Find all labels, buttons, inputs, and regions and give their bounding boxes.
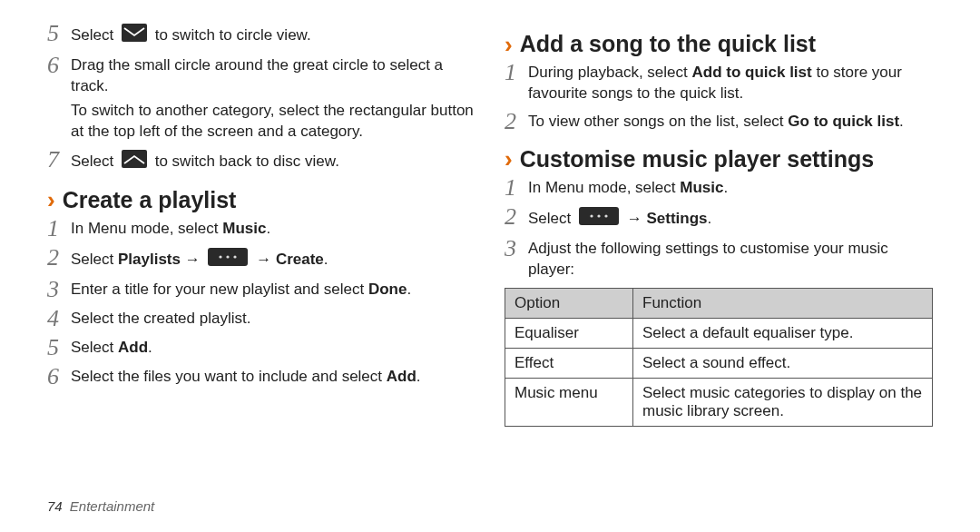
step-number: 7: [47, 148, 71, 172]
settings-table: Option Function Equaliser Select a defau…: [505, 288, 933, 427]
right-column: › Add a song to the quick list 1 During …: [490, 18, 947, 532]
envelope-down-icon: [122, 24, 147, 48]
step: 5 Select Add.: [47, 338, 475, 360]
table-header-row: Option Function: [505, 288, 933, 318]
table-cell: Music menu: [505, 378, 633, 426]
envelope-up-icon: [122, 150, 147, 174]
step-number: 2: [47, 246, 71, 270]
section-heading: › Customise music player settings: [505, 146, 933, 172]
step-subtext: To switch to another category, select th…: [71, 101, 475, 143]
step-body: Select Add.: [71, 338, 475, 359]
step: 5 Select to switch to circle view.: [47, 24, 475, 48]
step-body: Drag the small circle around the great c…: [71, 55, 475, 143]
step-number: 6: [47, 365, 71, 389]
step: 4 Select the created playlist.: [47, 309, 475, 330]
step-number: 3: [47, 278, 71, 301]
step: 2 To view other songs on the list, selec…: [505, 112, 933, 133]
more-options-icon: [208, 248, 248, 272]
chevron-right-icon: ›: [505, 33, 513, 56]
more-options-icon: [579, 207, 619, 232]
step-body: To view other songs on the list, select …: [528, 112, 933, 133]
step-body: During playback, select Add to quick lis…: [528, 63, 933, 104]
step: 3 Enter a title for your new playlist an…: [47, 280, 475, 301]
step: 7 Select to switch back to disc view.: [47, 150, 475, 174]
table-row: Equaliser Select a default equaliser typ…: [505, 318, 933, 348]
table-header: Option: [505, 288, 633, 318]
table-cell: Select a sound effect.: [633, 348, 933, 378]
section-name: Entertainment: [70, 498, 154, 514]
step: 6 Drag the small circle around the great…: [47, 55, 475, 143]
table-row: Music menu Select music categories to di…: [505, 378, 933, 426]
page-number: 74: [47, 498, 63, 514]
step-body: In Menu mode, select Music.: [528, 178, 933, 199]
step: 3 Adjust the following settings to custo…: [505, 239, 933, 281]
step-number: 5: [47, 22, 71, 45]
step-number: 1: [505, 176, 528, 200]
step-number: 3: [505, 237, 528, 261]
step-body: Select Playlists → → Create.: [71, 248, 475, 272]
step-number: 2: [505, 205, 528, 229]
step-body: Enter a title for your new playlist and …: [71, 280, 475, 300]
page-footer: 74 Entertainment: [47, 498, 154, 514]
step-body: Select to switch to circle view.: [71, 24, 475, 48]
section-heading: › Create a playlist: [47, 187, 475, 213]
step-body: Select the created playlist.: [71, 309, 475, 330]
chevron-right-icon: ›: [47, 188, 55, 212]
manual-page: 5 Select to switch to circle view. 6 Dra…: [0, 0, 980, 532]
table-row: Effect Select a sound effect.: [505, 348, 933, 378]
step-number: 4: [47, 307, 71, 330]
step-number: 1: [505, 61, 528, 84]
step-number: 2: [505, 110, 528, 133]
step-number: 6: [47, 54, 71, 77]
step: 1 In Menu mode, select Music.: [505, 178, 933, 200]
table-cell: Effect: [505, 348, 633, 378]
step: 2 Select Playlists → → Create.: [47, 248, 475, 272]
step-number: 1: [47, 217, 71, 241]
step: 6 Select the files you want to include a…: [47, 367, 475, 389]
table-cell: Equaliser: [505, 318, 633, 348]
left-column: 5 Select to switch to circle view. 6 Dra…: [33, 18, 490, 532]
step-body: Select → Settings.: [528, 207, 933, 232]
step: 2 Select → Settings.: [505, 207, 933, 232]
chevron-right-icon: ›: [505, 147, 513, 171]
step-body: In Menu mode, select Music.: [71, 219, 475, 240]
step-body: Adjust the following settings to customi…: [528, 239, 933, 281]
step: 1 In Menu mode, select Music.: [47, 219, 475, 241]
table-cell: Select a default equaliser type.: [633, 318, 933, 348]
table-cell: Select music categories to display on th…: [633, 378, 933, 426]
table-header: Function: [633, 288, 933, 318]
step-body: Select the files you want to include and…: [71, 367, 475, 388]
step: 1 During playback, select Add to quick l…: [505, 63, 933, 104]
step-number: 5: [47, 336, 71, 360]
step-body: Select to switch back to disc view.: [71, 150, 475, 174]
section-heading: › Add a song to the quick list: [505, 31, 933, 57]
